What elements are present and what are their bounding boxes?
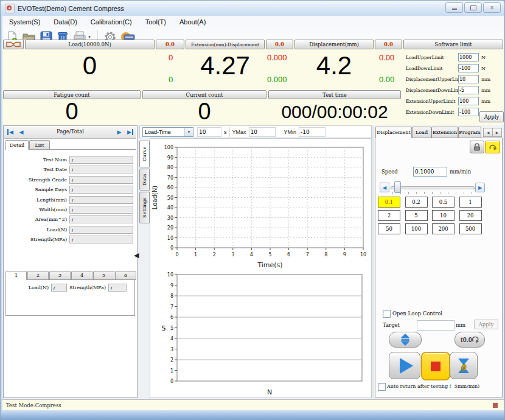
speed-option-200[interactable]: 200 <box>432 223 454 234</box>
field-label: Strength(MPa) <box>5 237 69 242</box>
maximize-button[interactable] <box>464 2 482 13</box>
tab-list[interactable]: List <box>29 140 50 150</box>
menu-item-datad[interactable]: Data(D) <box>47 18 84 26</box>
limit-input[interactable] <box>458 108 479 116</box>
field-value[interactable]: / <box>69 215 133 223</box>
software-limit-panel: LoadUpperLimitNLoadDownLimitNDisplacemen… <box>406 52 502 117</box>
side-tab-curve[interactable]: Curve <box>139 141 150 167</box>
limits-apply-button[interactable]: Apply <box>479 111 504 122</box>
limit-label: LoadDownLimit <box>406 66 458 71</box>
field-value[interactable]: / <box>69 156 133 164</box>
menu-item-abouta[interactable]: About(A) <box>173 18 212 26</box>
tab-scroll-right-icon[interactable]: ▶ <box>492 128 502 137</box>
speed-input[interactable] <box>413 167 447 177</box>
tare-button[interactable]: t0.0 <box>454 332 485 348</box>
curve-type-select[interactable]: Load-Time▼ <box>142 127 193 137</box>
lock-button[interactable] <box>470 141 484 153</box>
control-tab-displacement[interactable]: Displacement <box>375 127 412 138</box>
limit-label: DisplacementUpperLimit <box>406 77 458 82</box>
extension-header[interactable]: Extension(mm)-Displacement <box>186 40 265 49</box>
minimize-button[interactable] <box>445 2 463 13</box>
page-last-button[interactable]: ▶ <box>125 128 135 136</box>
svg-text:7: 7 <box>306 252 309 257</box>
limit-input[interactable] <box>458 97 479 105</box>
limit-input[interactable] <box>458 53 479 61</box>
side-tab-data[interactable]: Data <box>139 169 150 191</box>
speed-option-0.2[interactable]: 0.2 <box>405 197 428 208</box>
stop-button[interactable] <box>421 352 450 380</box>
sample-tab-2[interactable]: 2 <box>27 271 49 280</box>
loop-button[interactable] <box>485 141 500 153</box>
speed-option-0.1[interactable]: 0.1 <box>378 197 400 208</box>
control-tab-load[interactable]: Load <box>412 127 431 138</box>
print-dropdown-icon[interactable]: ▼ <box>88 35 91 39</box>
start-button[interactable] <box>389 352 420 379</box>
speed-option-20[interactable]: 20 <box>459 210 482 221</box>
fatigue-count-header[interactable]: Fatigue count <box>3 90 141 99</box>
detail-field-row: Strength(MPa)/ <box>5 235 133 243</box>
zero-button[interactable]: 0 <box>450 352 478 379</box>
speed-option-500[interactable]: 500 <box>459 223 482 234</box>
field-value[interactable]: / <box>69 226 133 234</box>
field-value[interactable]: / <box>69 186 133 194</box>
side-tab-settings[interactable]: Settings <box>139 192 150 223</box>
speed-option-10[interactable]: 10 <box>432 210 454 221</box>
field-value[interactable]: / <box>69 166 133 173</box>
left-panel-collapse-handle[interactable]: ◀ <box>134 251 139 259</box>
field-value[interactable]: / <box>69 206 133 214</box>
field-value[interactable]: / <box>69 196 133 204</box>
limit-input[interactable] <box>458 86 479 94</box>
speed-option-1[interactable]: 1 <box>459 197 482 208</box>
speed-slider-track[interactable] <box>391 186 475 189</box>
field-value[interactable]: / <box>69 236 133 243</box>
limit-input[interactable] <box>458 75 479 83</box>
menu-item-toolt[interactable]: Tool(T) <box>139 18 173 26</box>
control-tab-program[interactable]: Program <box>458 127 481 138</box>
auto-return-checkbox[interactable] <box>378 383 386 391</box>
slider-left-icon[interactable]: ◀ <box>380 183 389 192</box>
svg-text:0: 0 <box>170 245 173 251</box>
test-time-header[interactable]: Test time <box>268 90 401 99</box>
sample-tab-1[interactable]: 1 <box>5 271 27 280</box>
limit-input[interactable] <box>458 64 479 72</box>
menu-item-systems[interactable]: System(S) <box>2 18 47 26</box>
ymin-input[interactable] <box>299 127 326 137</box>
speed-option-50[interactable]: 50 <box>378 223 400 234</box>
svg-text:20: 20 <box>167 225 173 231</box>
page-next-button[interactable]: ▶ <box>114 128 124 136</box>
slider-right-icon[interactable]: ▶ <box>475 183 485 192</box>
return-arrow-icon <box>472 337 479 343</box>
title-bar[interactable]: EVOTest(Demo) Cement Compress × <box>1 1 504 16</box>
jog-button[interactable] <box>389 332 422 348</box>
close-button[interactable]: × <box>483 2 501 13</box>
open-loop-checkbox[interactable] <box>383 310 391 318</box>
svg-text:10: 10 <box>167 272 173 278</box>
speed-option-2[interactable]: 2 <box>378 210 400 221</box>
sample-tab-3[interactable]: 3 <box>49 271 71 280</box>
sample-tab-4[interactable]: 4 <box>71 271 92 280</box>
load-header[interactable]: Load(10000.0N) <box>25 40 155 49</box>
target-input[interactable] <box>417 320 454 331</box>
sample-tab-5[interactable]: 5 <box>93 271 114 280</box>
sample-tab-6[interactable]: 6 <box>115 271 136 280</box>
field-value[interactable]: / <box>69 176 133 184</box>
control-tab-extension[interactable]: Extension <box>431 127 458 138</box>
target-apply-button[interactable]: Apply <box>474 320 498 329</box>
svg-text:100: 100 <box>164 145 173 150</box>
sample-load-label: Load(N) <box>15 285 49 290</box>
tab-scroll-left-icon[interactable]: ◀ <box>483 128 493 137</box>
svg-text:5: 5 <box>170 326 173 331</box>
status-text: Test Mode:Compress <box>6 402 61 408</box>
displacement-header[interactable]: Displacement(mm) <box>294 40 374 49</box>
speed-option-100[interactable]: 100 <box>405 223 428 234</box>
ymax-input[interactable] <box>249 127 276 137</box>
speed-option-5[interactable]: 5 <box>405 210 428 221</box>
current-count-header[interactable]: Current count <box>142 90 266 99</box>
tab-detail[interactable]: Detail <box>5 140 29 150</box>
menu-item-calibrationc[interactable]: Calibration(C) <box>84 18 139 26</box>
speed-option-0.5[interactable]: 0.5 <box>432 197 454 208</box>
software-limit-row: LoadDownLimitN <box>406 63 502 74</box>
svg-text:3: 3 <box>170 347 173 352</box>
time-span-input[interactable] <box>197 127 221 137</box>
specimen-button[interactable] <box>3 40 24 49</box>
